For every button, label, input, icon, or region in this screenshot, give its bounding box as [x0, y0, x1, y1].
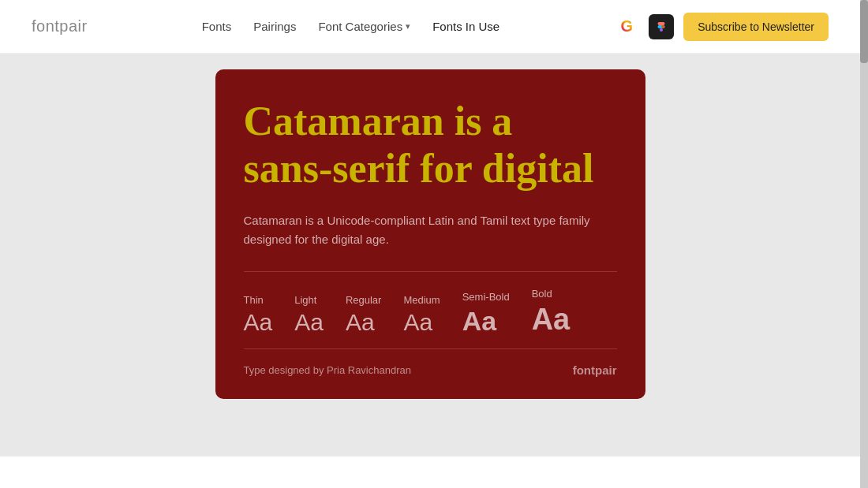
nav-font-categories[interactable]: Font Categories ▾: [318, 20, 410, 33]
card-footer: Type designed by Pria Ravichandran fontp…: [244, 363, 617, 377]
weight-bold-sample: Aa: [532, 304, 571, 334]
google-icon[interactable]: G: [614, 14, 639, 39]
navbar-icons: G Subscribe to Newsletter: [614, 13, 829, 41]
svg-point-0: [662, 25, 665, 28]
weight-light: Light Aa: [294, 294, 324, 334]
logo-text: fontpair: [32, 17, 88, 35]
weight-thin: Thin Aa: [244, 294, 273, 334]
font-categories-label: Font Categories: [318, 20, 402, 33]
scrollbar-thumb[interactable]: [860, 0, 868, 63]
weights-row: Thin Aa Light Aa Regular Aa Medium Aa Se…: [244, 288, 617, 334]
title-line2: sans-serif for digital: [244, 145, 617, 192]
top-divider: [244, 271, 617, 272]
logo[interactable]: fontpair: [32, 17, 88, 35]
weight-semibold-label: Semi-Bold: [462, 291, 510, 303]
weight-bold-label: Bold: [532, 288, 552, 300]
weight-regular-label: Regular: [346, 294, 382, 306]
weight-semibold: Semi-Bold Aa: [462, 291, 510, 334]
weight-light-label: Light: [294, 294, 316, 306]
nav-fonts-in-use[interactable]: Fonts In Use: [432, 20, 499, 33]
subscribe-button[interactable]: Subscribe to Newsletter: [683, 13, 829, 41]
weight-regular-sample: Aa: [346, 311, 375, 334]
weight-medium-label: Medium: [403, 294, 440, 306]
weight-thin-label: Thin: [244, 294, 264, 306]
scrollbar[interactable]: [860, 0, 868, 488]
nav-links: Fonts Pairings Font Categories ▾ Fonts I…: [202, 20, 500, 33]
weight-medium: Medium Aa: [403, 294, 440, 334]
nav-fonts[interactable]: Fonts: [202, 20, 232, 33]
weight-semibold-sample: Aa: [462, 307, 496, 334]
figma-icon[interactable]: [649, 14, 674, 39]
weight-thin-sample: Aa: [244, 311, 273, 334]
font-description: Catamaran is a Unicode-compliant Latin a…: [244, 211, 617, 249]
page-wrapper: fontpair Fonts Pairings Font Categories …: [0, 0, 860, 488]
title-line1: Catamaran is a: [244, 98, 617, 145]
navbar: fontpair Fonts Pairings Font Categories …: [0, 0, 860, 54]
weight-medium-sample: Aa: [403, 311, 432, 334]
weight-bold: Bold Aa: [532, 288, 571, 334]
type-credit: Type designed by Pria Ravichandran: [244, 364, 411, 376]
chevron-down-icon: ▾: [406, 21, 410, 32]
content-area: Catamaran is a sans-serif for digital Ca…: [0, 54, 860, 456]
font-card-title: Catamaran is a sans-serif for digital: [244, 98, 617, 192]
bottom-section: [0, 456, 860, 488]
footer-logo: fontpair: [573, 363, 617, 377]
bottom-divider: [244, 348, 617, 349]
font-card: Catamaran is a sans-serif for digital Ca…: [215, 69, 645, 399]
weight-regular: Regular Aa: [346, 294, 382, 334]
weight-light-sample: Aa: [294, 311, 324, 334]
nav-pairings[interactable]: Pairings: [253, 20, 296, 33]
